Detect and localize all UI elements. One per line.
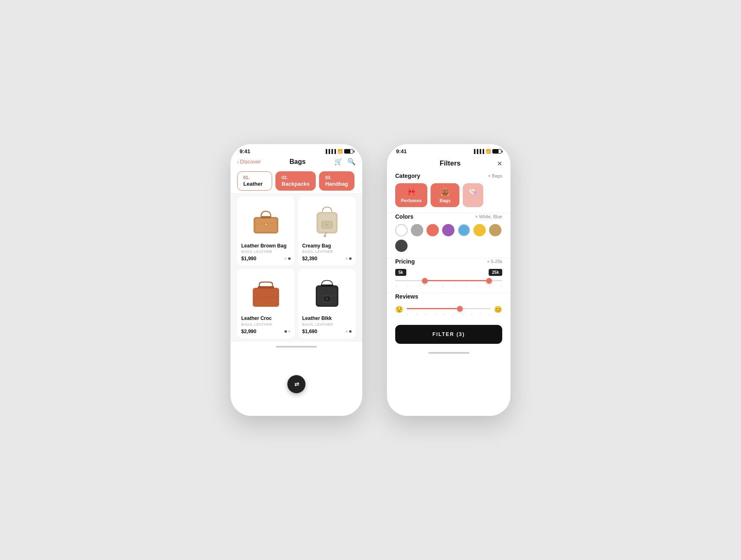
pricing-label: Pricing: [395, 258, 415, 265]
back-chevron-icon: ‹: [237, 159, 239, 165]
product-tags-leather-croc: BAGS, LEATHER: [241, 322, 291, 327]
signal-icon-right: ▐▐▐▐: [473, 149, 484, 154]
svg-rect-12: [253, 288, 279, 307]
nav-icons: 🛒 🔍: [334, 158, 356, 166]
product-dots-leather-blkk: [345, 330, 352, 333]
colors-active-tag: × White, Blue: [475, 214, 502, 219]
product-image-creamy: [302, 201, 352, 240]
dot-active: [349, 257, 352, 260]
home-bar-right: [428, 352, 469, 354]
product-price-leather-croc: $2,990: [241, 329, 256, 334]
dot: [284, 257, 287, 260]
price-labels: 5k 25k: [395, 269, 502, 276]
product-image-leather-blkk: [302, 273, 352, 312]
svg-point-22: [326, 298, 328, 300]
cat-name-1: Leather: [243, 181, 266, 187]
svg-rect-16: [258, 286, 274, 289]
back-label: Discover: [240, 159, 261, 165]
filter-section-category: Category × Bags 🎀 Perfumes 👜 Bags 👒: [387, 173, 510, 213]
swatch-purple[interactable]: [442, 224, 454, 236]
swatch-gray[interactable]: [411, 224, 423, 236]
back-button[interactable]: ‹ Discover: [237, 159, 261, 165]
product-dots-leather-croc: [284, 330, 291, 333]
swatch-dark[interactable]: [395, 240, 408, 252]
reviews-thumb[interactable]: [457, 306, 463, 312]
time-left: 9:41: [240, 148, 250, 154]
extra-icon: 👒: [468, 187, 478, 196]
svg-point-10: [324, 236, 326, 237]
product-grid: Leather Brown Bag BAGS, LEATHER $1,990: [231, 193, 362, 342]
category-label: Category: [395, 173, 420, 179]
svg-rect-20: [321, 285, 333, 287]
perfume-icon: 🎀: [407, 187, 416, 196]
time-right: 9:41: [396, 148, 407, 154]
product-tags-creamy: BAGS, LEATHER: [302, 250, 352, 254]
cart-icon[interactable]: 🛒: [334, 158, 343, 166]
wifi-icon-right: 📶: [486, 149, 491, 154]
tab-backpacks[interactable]: 02. Backpacks: [275, 171, 316, 191]
product-tags-leather-brown: BAGS, LEATHER: [241, 250, 291, 254]
filter-fab[interactable]: ⇄: [287, 375, 305, 393]
swatch-yellow[interactable]: [473, 224, 486, 236]
signal-icon: ▐▐▐▐: [324, 149, 336, 154]
product-tags-leather-blkk: BAGS, LEATHER: [302, 322, 352, 327]
tab-handbag[interactable]: 03. Handbag: [319, 171, 354, 191]
swatch-white[interactable]: [395, 224, 408, 236]
left-phone: 9:41 ▐▐▐▐ 📶 ‹ Discover Bags 🛒 🔍 01. L: [231, 144, 362, 416]
pricing-thumb-min[interactable]: [422, 278, 428, 284]
close-button[interactable]: ✕: [497, 160, 502, 168]
product-card-leather-croc[interactable]: Leather Croc BAGS, LEATHER $2,990: [237, 269, 295, 338]
cat-name-3: Handbag: [325, 181, 348, 187]
product-card-leather-brown[interactable]: Leather Brown Bag BAGS, LEATHER $1,990: [237, 196, 295, 266]
swatch-blue[interactable]: [458, 224, 470, 236]
pricing-active-tag: × 5-25k: [487, 259, 502, 264]
chip-perfumes[interactable]: 🎀 Perfumes: [395, 183, 427, 207]
product-price-leather-brown: $1,990: [241, 256, 256, 261]
product-card-leather-blkk[interactable]: Leather Blkk BAGS, LEATHER $1,690: [298, 269, 356, 338]
sad-emoji-icon: 😟: [395, 306, 403, 313]
filter-colors-header: Colors × White, Blue: [395, 213, 502, 220]
svg-point-3: [264, 223, 268, 226]
cat-num-3: 03.: [325, 175, 348, 180]
filter-section-colors: Colors × White, Blue: [387, 213, 510, 258]
status-icons-right: ▐▐▐▐ 📶: [473, 149, 501, 154]
filter-section-pricing: Pricing × 5-25k 5k 25k: [387, 258, 510, 293]
shop-nav: ‹ Discover Bags 🛒 🔍: [231, 156, 362, 169]
color-swatches: [395, 224, 502, 252]
product-price-row-leather-blkk: $1,690: [302, 329, 352, 334]
apply-filter-button[interactable]: FILTER (3): [395, 325, 502, 344]
reviews-label: Reviews: [395, 293, 418, 300]
pricing-slider-fill: [422, 280, 486, 281]
happy-emoji-icon: 😊: [494, 306, 502, 313]
chip-bags[interactable]: 👜 Bags: [431, 183, 459, 207]
reviews-slider-track[interactable]: [407, 308, 491, 309]
product-name-creamy: Creamy Bag: [302, 243, 352, 249]
pricing-slider-ticks: [395, 285, 502, 287]
filter-reviews-header: Reviews: [395, 293, 502, 300]
page-title: Bags: [289, 158, 305, 166]
pricing-thumb-max[interactable]: [486, 278, 492, 284]
bags-icon: 👜: [440, 187, 450, 196]
reviews-slider-fill: [407, 308, 457, 309]
product-price-row-creamy: $2,390: [302, 256, 352, 261]
pricing-slider-track[interactable]: [395, 280, 502, 281]
reviews-slider-row: 😟 😊: [395, 304, 502, 315]
colors-label: Colors: [395, 213, 413, 220]
category-tabs: 01. Leather 02. Backpacks 03. Handbag: [231, 169, 362, 193]
battery-icon-right: [492, 149, 501, 154]
product-name-leather-croc: Leather Croc: [241, 315, 291, 321]
chip-extra[interactable]: 👒: [463, 183, 483, 207]
product-card-creamy[interactable]: Creamy Bag BAGS, LEATHER $2,390: [298, 196, 356, 266]
swatch-brown[interactable]: [489, 224, 501, 236]
tab-leather[interactable]: 01. Leather: [237, 171, 272, 191]
home-indicator-left: [231, 342, 362, 352]
chip-bags-label: Bags: [440, 198, 451, 203]
status-bar-left: 9:41 ▐▐▐▐ 📶: [231, 144, 362, 156]
swatch-red[interactable]: [426, 224, 439, 236]
status-icons-left: ▐▐▐▐ 📶: [324, 149, 353, 154]
product-price-creamy: $2,390: [302, 256, 317, 261]
home-bar: [276, 346, 317, 348]
category-active-tag: × Bags: [488, 173, 502, 178]
search-icon[interactable]: 🔍: [347, 158, 356, 166]
product-dots-leather-brown: [284, 257, 291, 260]
